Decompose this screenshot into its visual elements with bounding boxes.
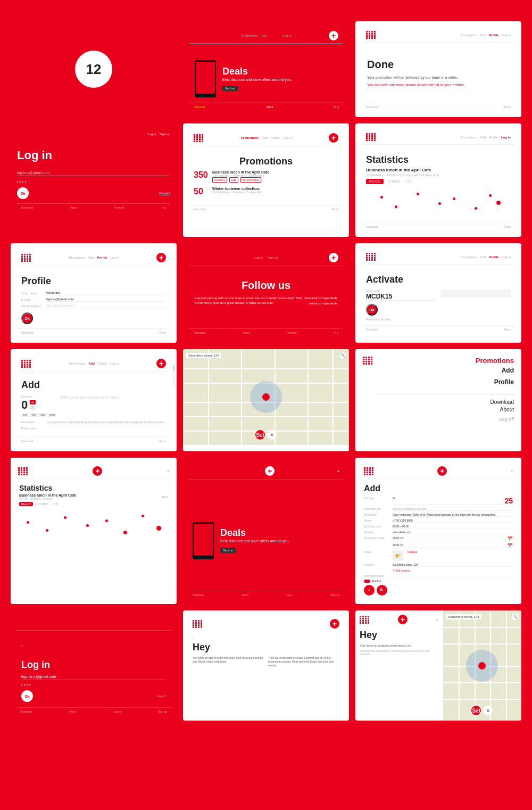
nav-profile[interactable]: Profile [271, 136, 280, 139]
search-submit-button[interactable]: 🔍 [377, 585, 387, 596]
nav-add[interactable]: Add [480, 34, 486, 37]
nav-profile[interactable]: Profile [489, 136, 498, 139]
nav-login[interactable]: Log in [502, 34, 511, 37]
footer-about[interactable]: About [69, 710, 76, 713]
nav-add[interactable]: Add [262, 136, 268, 139]
nav-promotions[interactable]: Promotions [461, 136, 477, 139]
menu-promotions[interactable]: Promotions [476, 357, 514, 365]
discount-amount[interactable]: ₽ [30, 406, 35, 410]
add-button[interactable]: + [329, 133, 338, 143]
email-input[interactable] [17, 170, 170, 176]
nav-stats[interactable]: Log in [501, 136, 511, 139]
nav-profile[interactable]: Profile [270, 34, 280, 37]
add-button[interactable]: + [156, 359, 166, 368]
discount-type[interactable]: % [30, 400, 35, 404]
hamburger[interactable]: ≡ [436, 618, 438, 622]
calendar-icon[interactable]: 📅 [508, 536, 513, 541]
nav-profile[interactable]: Profile [98, 362, 107, 365]
footer-about[interactable]: About [159, 331, 166, 334]
footer-about[interactable]: About [159, 440, 166, 443]
footer-download[interactable]: Download [21, 206, 33, 209]
reach-button[interactable]: REACH [366, 179, 384, 184]
replace-image-btn[interactable]: Replace [408, 550, 417, 561]
footer-download[interactable]: Download [194, 208, 205, 211]
nav-login[interactable]: Log in [110, 256, 119, 259]
ok-button[interactable]: Ok [17, 187, 29, 199]
add-button[interactable]: + [265, 466, 275, 476]
nav-login[interactable]: Log in [283, 136, 292, 139]
nav-add[interactable]: Add [480, 136, 486, 139]
footer-download[interactable]: Download [366, 328, 378, 331]
map-search-button[interactable]: 🔍 [339, 352, 346, 359]
amount-300[interactable]: 300 [39, 413, 46, 417]
add-button[interactable]: + [93, 466, 102, 476]
email-field-mobile[interactable]: legu.ta.s@gmail.com [21, 675, 166, 680]
nav-add[interactable]: Add [480, 255, 486, 259]
forgot-link[interactable]: Forgot? [159, 192, 170, 195]
footer-about[interactable]: About [70, 206, 77, 209]
nav-login[interactable]: Log in [110, 362, 119, 365]
set-promo-action[interactable]: Set promotion [240, 177, 261, 183]
footer-login[interactable]: Log in [286, 593, 293, 597]
nav-promotions[interactable]: Promotions [241, 34, 257, 37]
nav-profile[interactable]: Profile [489, 34, 499, 37]
menu-about[interactable]: About [500, 407, 514, 412]
nav-login[interactable]: Log in [502, 255, 511, 259]
menu-add[interactable]: Add [502, 367, 514, 376]
map-cancel-button[interactable]: × [267, 430, 277, 440]
add-submit-button[interactable]: + [364, 585, 375, 596]
nav-promotions[interactable]: Promotions [69, 256, 85, 259]
store-button[interactable]: Get it on [222, 86, 238, 91]
footer-about[interactable]: About [243, 331, 250, 334]
footer-forward[interactable]: Forward [287, 331, 296, 334]
nav-login[interactable]: Log in [254, 256, 263, 259]
amount-1000[interactable]: 1000 [47, 413, 56, 417]
ctr-btn[interactable]: CTR [51, 502, 60, 506]
add-button[interactable]: + [329, 31, 338, 40]
menu-download[interactable]: Download [491, 399, 514, 405]
menu-logoff[interactable]: Log off [500, 417, 514, 422]
footer-login[interactable]: Log in [113, 710, 121, 713]
add-button[interactable]: + [398, 615, 408, 624]
nav-add[interactable]: Add [261, 34, 267, 37]
add-button[interactable]: + [330, 619, 339, 629]
hamburger-menu[interactable]: ≡ [337, 469, 339, 473]
nav-signup[interactable]: Sign up [160, 133, 170, 136]
menu-profile[interactable]: Profile [494, 378, 514, 388]
nav-promotions[interactable]: Promotions [241, 136, 259, 139]
footer-about[interactable]: About [242, 593, 248, 597]
footer-about[interactable]: About [504, 105, 511, 109]
footer-about[interactable]: About [331, 208, 338, 211]
map-set-button[interactable]: Set [255, 430, 265, 440]
add-button[interactable]: + [156, 253, 166, 262]
footer-download[interactable]: Download [194, 105, 205, 109]
nav-profile[interactable]: Profile [97, 256, 107, 259]
footer-about[interactable]: About [504, 328, 511, 331]
statistics-action[interactable]: Statistics [212, 177, 227, 183]
edit-location-link[interactable]: ✎ Edit location [393, 569, 410, 572]
map-search-mobile[interactable]: 🔍 [512, 614, 518, 620]
nav-promotions[interactable]: Promotions [461, 34, 477, 37]
hamburger-menu[interactable]: ≡ [511, 469, 513, 473]
publish-toggle[interactable] [364, 580, 370, 583]
nav-login[interactable]: Log in [282, 34, 291, 37]
footer-download[interactable]: Download [21, 440, 33, 443]
nav-promotions[interactable]: Promotions [461, 255, 477, 259]
footer-signup[interactable]: Sign up [158, 710, 167, 713]
ctr-label[interactable]: CTR [404, 179, 413, 184]
nav-promotions[interactable]: Promotions [69, 362, 85, 365]
hamburger-menu[interactable]: ≡ [167, 469, 169, 473]
footer-download[interactable]: Download [366, 105, 378, 109]
footer-forward[interactable]: Forward [114, 206, 124, 209]
store-button[interactable]: Get it on [220, 548, 236, 553]
ok-button[interactable]: Ok [21, 312, 33, 324]
ok-button[interactable]: Ok [366, 304, 378, 316]
calendar-icon-end[interactable]: 📅 [508, 543, 513, 548]
nav-add[interactable]: Add [88, 362, 95, 365]
promo-code-input[interactable] [440, 290, 511, 298]
nav-profile[interactable]: Profile [489, 255, 499, 259]
amount-200[interactable]: 200 [30, 413, 37, 417]
forgot-mobile[interactable]: Forgot? [157, 695, 166, 698]
back-link[interactable]: Back [162, 495, 168, 499]
actions-btn[interactable]: ACTIONS [35, 502, 49, 506]
